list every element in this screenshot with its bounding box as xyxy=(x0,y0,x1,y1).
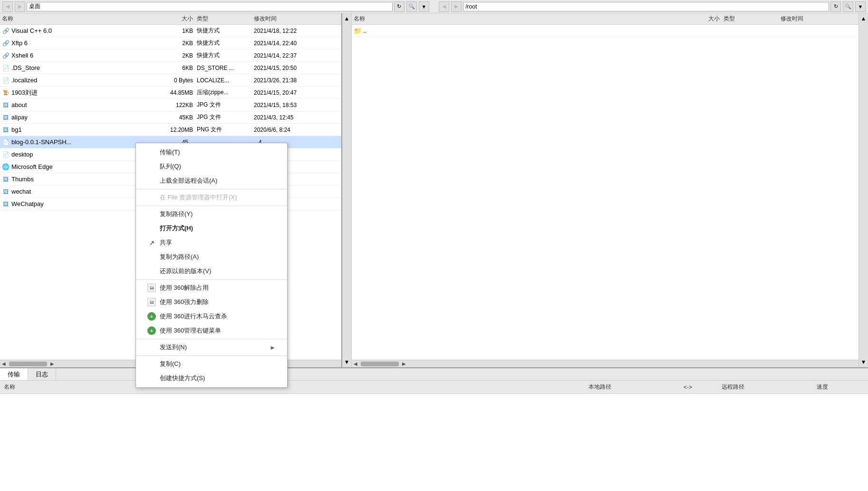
left-h-scroll-thumb[interactable] xyxy=(9,362,47,366)
left-h-scroll-right[interactable]: ▶ xyxy=(48,361,56,366)
file-date: 2021/4/15, 20:47 xyxy=(254,89,330,96)
left-forward-btn[interactable]: ▶ xyxy=(15,1,25,12)
file-name: 🔗 Xftp 6 xyxy=(2,39,154,47)
left-file-item[interactable]: 📄 .DS_Store 6KB DS_STORE ... 2021/4/15, … xyxy=(0,62,341,74)
menu-item-label: 打开方式(H) xyxy=(160,224,193,233)
menu-item-use_360_release[interactable]: 🗂使用 360解除占用 xyxy=(136,281,287,295)
file-name-text: .DS_Store xyxy=(11,64,40,71)
right-path-input[interactable] xyxy=(463,2,829,11)
tab-transfer[interactable]: 传输 xyxy=(0,368,28,380)
right-forward-btn[interactable]: ▶ xyxy=(451,1,462,12)
right-refresh-btn[interactable]: ↻ xyxy=(830,1,841,12)
mid-up-arrow[interactable]: ▲ xyxy=(344,15,350,22)
left-file-item[interactable]: 🔗 Xftp 6 2KB 快捷方式 2021/4/14, 22:40 xyxy=(0,37,341,49)
menu-icon-empty xyxy=(147,374,156,383)
right-h-scroll-thumb[interactable] xyxy=(361,362,399,366)
menu-item-share[interactable]: ↗共享 xyxy=(136,236,287,250)
pane-row: 名称 大小 类型 修改时间 🔗 Visual C++ 6.0 1KB 快捷方式 … xyxy=(0,13,868,367)
right-down-arrow[interactable]: ▼ xyxy=(861,359,867,365)
menu-divider xyxy=(136,189,287,189)
bottom-tabs: 传输 日志 xyxy=(0,368,868,381)
file-name: 📄 desktop xyxy=(2,151,154,158)
left-h-scroll-left[interactable]: ◀ xyxy=(0,361,8,366)
left-file-item[interactable]: 🗜 1903刘进 44.85MB 压缩(zippe... 2021/4/15, … xyxy=(0,87,341,99)
left-file-item[interactable]: 🖼 bg1 12.20MB PNG 文件 2020/6/6, 8:24 xyxy=(0,124,341,136)
file-type: LOCALIZE... xyxy=(197,77,254,84)
share-icon: ↗ xyxy=(147,238,156,247)
right-h-scroll-left[interactable]: ◀ xyxy=(352,361,359,366)
file-name-text: alipay xyxy=(11,114,28,121)
menu-item-label: 传输(T) xyxy=(160,148,180,157)
mid-down-arrow[interactable]: ▼ xyxy=(344,359,350,365)
left-file-item[interactable]: 🔗 Visual C++ 6.0 1KB 快捷方式 2021/4/18, 12:… xyxy=(0,25,341,37)
right-scroll-down-btn[interactable]: ▼ xyxy=(855,1,866,12)
file-name-text: Visual C++ 6.0 xyxy=(11,27,52,34)
file-date: 2021/4/14, 22:40 xyxy=(254,40,330,47)
left-file-item[interactable]: 🖼 alipay 45KB JPG 文件 2021/4/3, 12:45 xyxy=(0,111,341,124)
left-list-header: 名称 大小 类型 修改时间 xyxy=(0,13,341,25)
left-col-type: 类型 xyxy=(197,15,254,23)
right-col-size: 大小 xyxy=(685,15,723,23)
submenu-arrow: ► xyxy=(270,344,276,351)
file-name-text: blog-0.0.1-SNAPSH... xyxy=(11,138,71,146)
transfer-col-local: 本地路径 xyxy=(588,383,684,391)
file-name: 🖼 about xyxy=(2,101,154,109)
file-name-text: Xshell 6 xyxy=(11,52,33,59)
file-type: 快捷方式 xyxy=(197,39,254,47)
menu-icon-empty xyxy=(147,224,156,233)
menu-item-use_360_force_del[interactable]: 🗂使用 360强力删除 xyxy=(136,295,287,309)
left-file-item[interactable]: 📄 .localized 0 Bytes LOCALIZE... 2021/3/… xyxy=(0,74,341,87)
left-file-item[interactable]: 🖼 about 122KB JPG 文件 2021/4/15, 18:53 xyxy=(0,99,341,111)
menu-item-use_360_scan[interactable]: +使用 360进行木马云查杀 xyxy=(136,309,287,324)
right-back-btn[interactable]: ◀ xyxy=(439,1,449,12)
menu-divider xyxy=(136,355,287,356)
menu-item-open_with[interactable]: 打开方式(H) xyxy=(136,221,287,236)
file-name-text: .localized xyxy=(11,77,37,84)
left-back-btn[interactable]: ◀ xyxy=(2,1,13,12)
tab-log[interactable]: 日志 xyxy=(28,368,56,380)
menu-item-copy[interactable]: 复制(C) xyxy=(136,357,287,371)
menu-item-send_to[interactable]: 发送到(N)► xyxy=(136,340,287,354)
menu-item-queue[interactable]: 队列(Q) xyxy=(136,159,287,174)
left-path-input[interactable] xyxy=(27,2,393,11)
menu-item-label: 创建快捷方式(S) xyxy=(160,374,205,383)
file-date: 2021/4/15, 20:50 xyxy=(254,65,330,71)
menu-icon-empty xyxy=(147,343,156,352)
left-refresh-btn[interactable]: ↻ xyxy=(394,1,405,12)
menu-item-open_in_explorer: 在 File 资源管理器中打开(X) xyxy=(136,190,287,205)
menu-icon-empty xyxy=(147,162,156,171)
menu-item-restore_prev[interactable]: 还原以前的版本(V) xyxy=(136,264,287,278)
left-icon1[interactable]: 🔍 xyxy=(406,1,417,12)
menu-item-copy_as_path[interactable]: 复制为路径(A) xyxy=(136,250,287,264)
menu-icon-empty xyxy=(147,360,156,368)
menu-item-upload_all[interactable]: 上载全部远程会话(A) xyxy=(136,174,287,188)
left-scroll-down-btn[interactable]: ▼ xyxy=(419,1,429,12)
file-type: DS_STORE ... xyxy=(197,65,254,71)
right-h-scroll-right[interactable]: ▶ xyxy=(400,361,408,366)
menu-item-copy_path[interactable]: 复制路径(Y) xyxy=(136,207,287,221)
transfer-col-name: 名称 xyxy=(4,383,588,391)
menu-item-use_360_manage[interactable]: +使用 360管理右键菜单 xyxy=(136,324,287,338)
menu-item-label: 复制为路径(A) xyxy=(160,253,199,261)
file-name: 📄 .DS_Store xyxy=(2,64,154,72)
right-up-arrow[interactable]: ▲ xyxy=(861,15,867,22)
file-type: JPG 文件 xyxy=(197,101,254,109)
menu-icon-empty xyxy=(147,253,156,261)
file-name: 🔗 Xshell 6 xyxy=(2,52,154,59)
right-h-scroll[interactable]: ◀ ▶ xyxy=(352,360,858,367)
file-date: 2021/4/18, 12:22 xyxy=(254,28,330,34)
file-name-text: 1903刘进 xyxy=(11,88,38,97)
file-name-text: .. xyxy=(363,27,366,34)
file-date: 2021/4/14, 22:37 xyxy=(254,52,330,59)
menu-item-create_shortcut[interactable]: 创建快捷方式(S) xyxy=(136,371,287,385)
file-name-text: about xyxy=(11,101,27,108)
file-name: 🖼 Thumbs xyxy=(2,176,154,183)
left-file-item[interactable]: 🔗 Xshell 6 2KB 快捷方式 2021/4/14, 22:37 xyxy=(0,49,341,62)
menu-icon-empty xyxy=(147,177,156,185)
menu-divider xyxy=(136,279,287,280)
transfer-col-arrow: <-> xyxy=(684,384,722,391)
menu-item-transfer[interactable]: 传输(T) xyxy=(136,145,287,159)
right-file-item[interactable]: 📁 .. xyxy=(352,25,858,37)
right-icon1[interactable]: 🔍 xyxy=(843,1,853,12)
menu-icon-empty xyxy=(147,210,156,218)
